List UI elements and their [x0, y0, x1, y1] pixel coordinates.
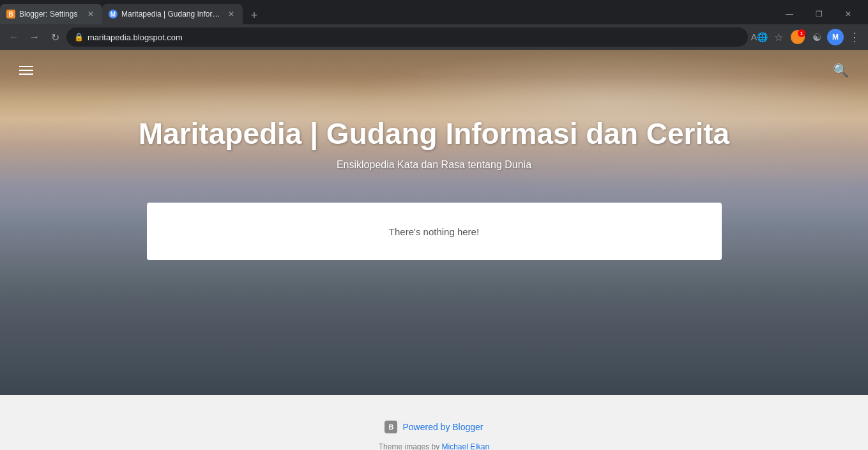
footer: B Powered by Blogger Theme images by Mic… — [0, 395, 868, 450]
new-tab-button[interactable]: + — [245, 6, 263, 24]
tab-blogger-settings[interactable]: B Blogger: Settings ✕ — [0, 4, 102, 24]
maritapedia-favicon: M — [109, 10, 118, 19]
empty-message: There's nothing here! — [389, 226, 479, 237]
tab-row: B Blogger: Settings ✕ M Maritapedia | Gu… — [0, 4, 775, 24]
hamburger-line-2 — [19, 70, 33, 71]
close-button[interactable]: ✕ — [834, 4, 863, 24]
lock-icon: 🔒 — [74, 33, 84, 42]
minimize-button[interactable]: — — [775, 4, 804, 24]
tab-maritapedia[interactable]: M Maritapedia | Gudang Informasi d… ✕ — [102, 4, 243, 24]
page-content: 🔍 Maritapedia | Gudang Informasi dan Cer… — [0, 50, 868, 450]
bookmark-button[interactable]: ☆ — [770, 28, 788, 46]
forward-button[interactable]: → — [26, 28, 43, 46]
powered-by-section: B Powered by Blogger — [13, 421, 855, 433]
theme-credit: Theme images by Michael Elkan — [13, 442, 855, 450]
browser-chrome: B Blogger: Settings ✕ M Maritapedia | Gu… — [0, 0, 868, 50]
maximize-button[interactable]: ❐ — [804, 4, 834, 24]
tab-bar: B Blogger: Settings ✕ M Maritapedia | Gu… — [0, 0, 868, 24]
window-controls: — ❐ ✕ — [775, 4, 868, 24]
hero-title: Maritapedia | Gudang Informasi dan Cerit… — [13, 116, 855, 151]
menu-button[interactable]: ⋮ — [845, 28, 863, 46]
hero-text: Maritapedia | Gudang Informasi dan Cerit… — [0, 104, 868, 203]
extensions-button[interactable]: ☯ — [808, 28, 826, 46]
theme-author-link[interactable]: Michael Elkan — [442, 442, 490, 450]
powered-by-link[interactable]: Powered by Blogger — [402, 422, 483, 432]
profile-button[interactable]: M — [827, 29, 844, 45]
search-icon[interactable]: 🔍 — [833, 63, 849, 78]
hamburger-line-3 — [19, 74, 33, 75]
theme-credit-prefix: Theme images by — [379, 442, 439, 450]
tab-title-1: Blogger: Settings — [19, 10, 82, 19]
back-button[interactable]: ← — [5, 28, 23, 46]
toolbar-right: A🌐 ☆ 1 ☯ M ⋮ — [750, 28, 863, 46]
hamburger-line-1 — [19, 66, 33, 67]
hero-subtitle: Ensiklopedia Kata dan Rasa tentang Dunia — [13, 159, 855, 171]
profile-badge[interactable]: 1 — [789, 28, 807, 46]
content-card: There's nothing here! — [147, 203, 722, 260]
address-bar[interactable]: 🔒 maritapedia.blogspot.com — [66, 27, 748, 47]
address-text: maritapedia.blogspot.com — [88, 33, 740, 42]
hero-section: 🔍 Maritapedia | Gudang Informasi dan Cer… — [0, 50, 868, 395]
blogger-favicon: B — [6, 10, 15, 19]
hero-nav: 🔍 — [0, 50, 868, 91]
tab-close-2[interactable]: ✕ — [226, 9, 236, 19]
tab-title-2: Maritapedia | Gudang Informasi d… — [121, 10, 222, 19]
tab-close-1[interactable]: ✕ — [86, 9, 96, 19]
translate-button[interactable]: A🌐 — [750, 28, 768, 46]
hamburger-menu[interactable] — [19, 66, 33, 75]
reload-button[interactable]: ↻ — [46, 28, 64, 46]
browser-toolbar: ← → ↻ 🔒 maritapedia.blogspot.com A🌐 ☆ 1 … — [0, 24, 868, 50]
blogger-icon: B — [385, 421, 397, 433]
